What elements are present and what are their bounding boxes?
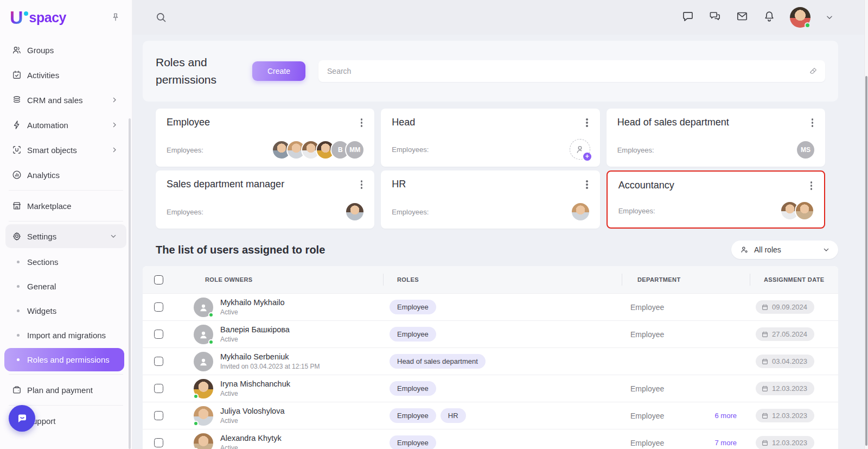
profile-chevron-down-icon[interactable] (825, 12, 834, 22)
sidebar-item-settings[interactable]: Settings (5, 224, 126, 248)
table-row[interactable]: Alexandra KhytykActiveEmployeeEmployee7 … (143, 429, 838, 449)
table-row[interactable]: Mykhailo SerbeniukInvited on 03.04.2023 … (143, 347, 838, 375)
employees-label: Employees: (617, 146, 654, 154)
role-pill: Employee (390, 408, 436, 423)
sidebar-scrollbar[interactable] (129, 118, 131, 449)
role-card-title: Sales department manager (167, 179, 284, 190)
sidebar-item-general[interactable]: General (0, 274, 132, 299)
sidebar-menu: GroupsActivitiesCRM and salesAutomationS… (0, 35, 132, 433)
avatar-stack: BMM (272, 140, 365, 160)
department-value: Employee (630, 439, 664, 447)
table-row[interactable]: Juliya VoloshylovaActiveEmployeeHREmploy… (143, 402, 838, 429)
table-row[interactable]: Iryna MishchanchukActiveEmployeeEmployee… (143, 375, 838, 402)
user-name: Mykhailo Mykhailo (220, 298, 284, 308)
assignment-date-pill: 03.04.2023 (756, 355, 814, 368)
more-roles-link[interactable]: 7 more (715, 439, 737, 447)
user-avatar (194, 352, 213, 371)
window-scrollbar[interactable] (865, 76, 867, 446)
row-checkbox[interactable] (154, 330, 163, 339)
sidebar-item-label: Automation (27, 121, 68, 130)
calendar-icon (761, 439, 769, 447)
create-button[interactable]: Create (252, 61, 305, 81)
global-search-icon[interactable] (155, 11, 168, 24)
window-scrollbar-track (864, 0, 868, 449)
sidebar-item-marketplace[interactable]: Marketplace (0, 193, 132, 218)
roles-filter-select[interactable]: All roles (731, 241, 838, 259)
messenger-icon[interactable] (709, 10, 722, 25)
bullet-icon (17, 285, 20, 288)
mail-icon[interactable] (736, 10, 749, 25)
card-menu-kebab-icon[interactable] (359, 179, 365, 191)
card-menu-kebab-icon[interactable] (808, 180, 815, 192)
user-avatar[interactable] (790, 7, 810, 28)
sidebar-item-label: Widgets (27, 306, 56, 315)
sidebar-item-label: Groups (27, 46, 54, 55)
sidebar-item-label: Activities (27, 71, 59, 80)
role-card-head[interactable]: HeadEmployees:+ (381, 109, 599, 167)
sidebar-item-groups[interactable]: Groups (0, 37, 132, 62)
sidebar-item-label: Plan and payment (27, 385, 93, 395)
add-employee-button[interactable]: + (570, 139, 590, 160)
avatar-stack (571, 202, 590, 222)
row-checkbox[interactable] (154, 438, 163, 447)
page-title: Roles and permissions (156, 54, 244, 88)
user-status: Active (220, 444, 282, 449)
notifications-bell-icon[interactable] (763, 10, 776, 25)
select-all-checkbox[interactable] (154, 275, 163, 284)
sidebar-item-crm[interactable]: CRM and sales (0, 87, 132, 112)
sidebar-item-automation[interactable]: Automation (0, 112, 132, 137)
role-card-accountancy[interactable]: AccountancyEmployees: (607, 170, 825, 229)
uspacy-logo[interactable]: Uspacy (10, 9, 66, 26)
topbar (132, 0, 868, 35)
row-checkbox[interactable] (154, 411, 163, 420)
sidebar-item-import-and-migrations[interactable]: Import and migrations (0, 323, 132, 347)
clear-search-icon[interactable] (808, 66, 818, 76)
role-card-title: Head (392, 117, 415, 128)
role-card-hr[interactable]: HREmployees: (381, 170, 599, 229)
user-name: Alexandra Khytyk (220, 433, 282, 444)
sidebar-item-sections[interactable]: Sections (0, 250, 132, 274)
card-menu-kebab-icon[interactable] (584, 179, 590, 191)
table-row[interactable]: Mykhailo MykhailoActiveEmployeeEmployee0… (143, 293, 838, 320)
role-card-employee[interactable]: EmployeeEmployees:BMM (156, 109, 374, 167)
sidebar-item-label: Analytics (27, 170, 60, 180)
card-menu-kebab-icon[interactable] (584, 117, 590, 129)
more-roles-link[interactable]: 6 more (715, 412, 737, 420)
pin-sidebar-icon[interactable] (110, 12, 121, 23)
search-input[interactable] (318, 60, 825, 82)
topbar-actions (681, 7, 834, 28)
table-row[interactable]: Валерія БашкіроваActiveEmployeeEmployee2… (143, 320, 838, 347)
user-avatar (194, 379, 213, 399)
row-checkbox[interactable] (154, 384, 163, 393)
assignment-date: 27.05.2024 (772, 330, 807, 338)
user-status: Invited on 03.04.2023 at 12:15 PM (220, 362, 320, 371)
logo-mark: U (10, 9, 23, 26)
stack-icon (11, 94, 22, 105)
card-menu-kebab-icon[interactable] (359, 117, 365, 129)
table-body: Mykhailo MykhailoActiveEmployeeEmployee0… (143, 293, 838, 449)
department-value: Employee (630, 330, 664, 339)
sidebar-item-roles-and-permissions[interactable]: Roles and permissions (4, 348, 124, 371)
role-card-head-of-sales-department[interactable]: Head of sales departmentEmployees:MS (607, 109, 825, 167)
scan-icon (11, 144, 22, 155)
sidebar-item-smart-objects[interactable]: Smart objects (0, 137, 132, 162)
bullet-icon (17, 334, 20, 337)
sidebar-item-analytics[interactable]: Analytics (0, 162, 132, 187)
column-header: ASSIGNMENT DATE (764, 276, 825, 283)
support-chat-fab[interactable] (9, 405, 35, 432)
department-value: Employee (630, 384, 664, 393)
table-header-row: ROLE OWNERSROLESDEPARTMENTASSIGNMENT DAT… (143, 266, 838, 293)
sidebar-item-plan-and-payment[interactable]: Plan and payment (0, 377, 132, 402)
sidebar-item-widgets[interactable]: Widgets (0, 299, 132, 323)
role-card-sales-department-manager[interactable]: Sales department managerEmployees: (156, 170, 374, 229)
card-menu-kebab-icon[interactable] (809, 117, 816, 129)
row-checkbox[interactable] (154, 302, 163, 312)
avatar (345, 202, 365, 222)
feed-comment-icon[interactable] (681, 10, 694, 25)
user-status: Active (220, 389, 290, 398)
row-checkbox[interactable] (154, 357, 163, 366)
calendar-icon (761, 412, 769, 420)
sidebar-item-activities[interactable]: Activities (0, 62, 132, 87)
assigned-users-header: The list of users assigned to role All r… (156, 240, 838, 260)
role-card-title: Employee (167, 117, 210, 128)
